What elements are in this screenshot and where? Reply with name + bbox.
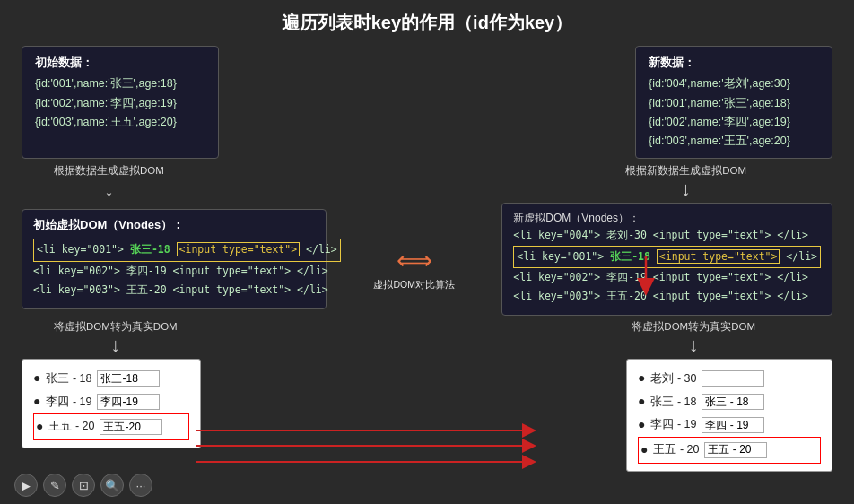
right-bullet-2: ●	[638, 390, 645, 413]
left-text-1: 张三 - 18	[46, 369, 92, 389]
right-input-2[interactable]	[702, 394, 764, 410]
play-button[interactable]: ▶	[14, 474, 38, 497]
left-bottom-arrow-label: 将虚拟DOM转为真实DOM	[54, 320, 178, 334]
center-diff-arrow: ⟺ 虚拟DOM对比算法	[366, 246, 462, 291]
right-arrow-down: 根据新数据生成虚拟DOM ↓	[625, 164, 746, 199]
left-vdom-row-3: <li key="003"> 王五-20 <input type="text">…	[33, 281, 315, 300]
right-vdom-row-4: <li key="003"> 王五-20 <input type="text">…	[513, 287, 821, 306]
right-bullet-1: ●	[638, 367, 645, 390]
bullet-3: ●	[36, 415, 43, 439]
left-input-1[interactable]	[97, 370, 160, 387]
right-vdom-box: 新虚拟DOM（Vnodes）： <li key="004"> 老刘-30 <in…	[501, 203, 832, 316]
right-text-2: 张三 - 18	[650, 392, 696, 413]
right-input-1[interactable]	[702, 370, 764, 387]
left-input-2[interactable]	[97, 394, 160, 410]
left-text-2: 李四 - 19	[46, 392, 92, 413]
horiz-arrow-icon: ⟺	[396, 246, 432, 275]
right-bottom-arrow-label: 将虚拟DOM转为真实DOM	[632, 320, 755, 334]
initial-data-box: 初始数据： {id:'001',name:'张三',age:18} {id:'0…	[22, 46, 219, 159]
right-arrow-symbol: ↓	[681, 179, 691, 199]
left-vdom-row-2: <li key="002"> 李四-19 <input type="text">…	[33, 262, 315, 281]
left-dom-row-1: ● 张三 - 18	[33, 367, 189, 390]
right-dom-row-1: ● 老刘 - 30	[638, 367, 821, 390]
new-data-line-2: {id:'001',name:'张三',age:18}	[649, 94, 819, 113]
initial-data-line-1: {id:'001',name:'张三',age:18}	[35, 74, 205, 93]
right-vdom-row-2: <li key="001"> 张三-18 <input type="text">…	[513, 246, 821, 268]
initial-data-line-2: {id:'002',name:'李四',age:19}	[35, 94, 205, 113]
edit-button[interactable]: ✎	[43, 474, 66, 497]
left-input-3[interactable]	[100, 419, 162, 435]
left-vdom-box: 初始虚拟DOM（Vnodes）： <li key="001"> 张三-18 <i…	[22, 209, 327, 309]
right-dom-row-2: ● 张三 - 18	[638, 390, 821, 413]
left-dom-result: ● 张三 - 18 ● 李四 - 19 ● 王五 - 20	[22, 359, 201, 448]
right-vdom-row-3: <li key="002"> 李四-19 <input type="text">…	[513, 268, 821, 287]
left-vdom-row-1: <li key="001"> 张三-18 <input type="text">…	[33, 239, 315, 261]
left-dom-row-3: ● 王五 - 20	[33, 413, 189, 440]
bullet-2: ●	[33, 390, 40, 413]
left-arrow-label: 根据数据生成虚拟DOM	[54, 164, 164, 178]
right-vdom-row-1: <li key="004"> 老刘-30 <input type="text">…	[513, 226, 821, 245]
initial-data-label: 初始数据：	[35, 54, 205, 73]
right-bullet-3: ●	[638, 413, 645, 437]
new-data-box: 新数据： {id:'004',name:'老刘',age:30} {id:'00…	[635, 46, 832, 159]
right-text-3: 李四 - 19	[650, 414, 696, 435]
left-arrow-down: 根据数据生成虚拟DOM ↓	[54, 164, 164, 199]
new-data-line-4: {id:'003',name:'王五',age:20}	[649, 132, 819, 151]
right-bullet-4: ●	[640, 439, 648, 462]
right-text-1: 老刘 - 30	[650, 369, 696, 389]
right-vdom-label: 新虚拟DOM（Vnodes）：	[513, 211, 821, 226]
search-button[interactable]: 🔍	[100, 474, 124, 497]
right-input-3[interactable]	[702, 417, 764, 433]
more-button[interactable]: ···	[129, 474, 152, 497]
right-input-4[interactable]	[704, 442, 767, 458]
right-bottom-arrow: 将虚拟DOM转为真实DOM ↓	[632, 320, 755, 355]
right-bottom-arrow-symbol: ↓	[689, 335, 699, 355]
left-bottom-arrow: 将虚拟DOM转为真实DOM ↓	[54, 320, 178, 355]
center-label: 虚拟DOM对比算法	[373, 279, 455, 291]
left-text-3: 王五 - 20	[48, 416, 94, 437]
initial-data-line-3: {id:'003',name:'王五',age:20}	[35, 113, 205, 132]
toolbar: ▶ ✎ ⊡ 🔍 ···	[14, 474, 152, 497]
left-bottom-arrow-symbol: ↓	[110, 335, 120, 355]
right-text-4: 王五 - 20	[653, 439, 699, 460]
left-arrow-symbol: ↓	[104, 179, 114, 199]
new-data-line-1: {id:'004',name:'老刘',age:30}	[649, 74, 819, 93]
right-dom-result: ● 老刘 - 30 ● 张三 - 18 ● 李四 - 19 ● 王五 - 20	[626, 359, 832, 472]
new-data-line-3: {id:'002',name:'李四',age:19}	[649, 113, 819, 132]
copy-button[interactable]: ⊡	[72, 474, 95, 497]
right-dom-row-4: ● 王五 - 20	[638, 437, 821, 464]
right-arrow-label: 根据新数据生成虚拟DOM	[625, 164, 746, 178]
new-data-label: 新数据：	[649, 54, 819, 73]
left-vdom-label: 初始虚拟DOM（Vnodes）：	[33, 217, 315, 233]
bullet-1: ●	[33, 367, 40, 390]
right-dom-row-3: ● 李四 - 19	[638, 413, 821, 437]
left-dom-row-2: ● 李四 - 19	[33, 390, 189, 413]
main-title: 遍历列表时key的作用（id作为key）	[0, 0, 854, 42]
